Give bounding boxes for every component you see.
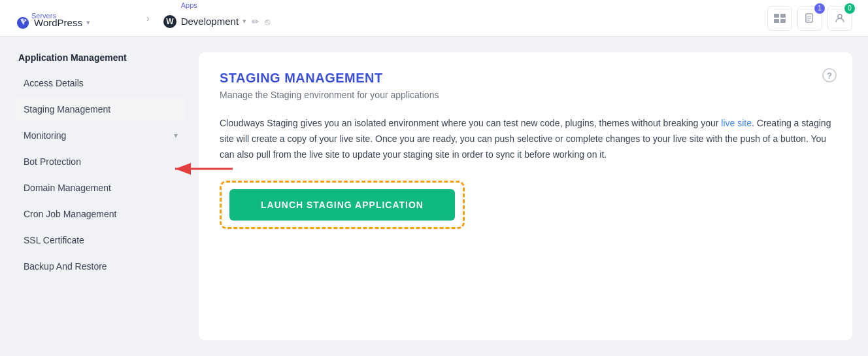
sidebar-item-domain-management[interactable]: Domain Management	[16, 175, 186, 200]
help-icon[interactable]: ?	[822, 68, 837, 82]
wordpress-logo	[16, 16, 30, 30]
sidebar-item-label: SSL Certificate	[24, 235, 84, 245]
sidebar-item-cron-job[interactable]: Cron Job Management	[16, 202, 186, 226]
panel-title: STAGING MANAGEMENT	[220, 71, 831, 86]
sidebar-item-monitoring[interactable]: Monitoring ▾	[16, 123, 186, 148]
sidebar-item-staging-management[interactable]: Staging Management	[16, 97, 186, 122]
panel-description: Cloudways Staging gives you an isolated …	[220, 116, 831, 162]
external-link-icon[interactable]: ⎋	[265, 16, 270, 27]
content-panel: ? STAGING MANAGEMENT Manage the Staging …	[199, 52, 852, 340]
sidebar-item-access-details[interactable]: Access Details	[16, 71, 186, 96]
panel-subtitle: Manage the Staging environment for your …	[220, 90, 831, 100]
users-button[interactable]: 0	[827, 6, 852, 31]
sidebar-item-bot-protection[interactable]: Bot Protection	[16, 149, 186, 174]
svg-rect-3	[780, 14, 786, 18]
breadcrumb-separator: ›	[146, 13, 150, 24]
sidebar-item-label: Access Details	[24, 78, 84, 88]
notifications-button[interactable]: 1	[797, 6, 822, 31]
sidebar-item-label: Domain Management	[24, 183, 111, 193]
servers-label: Servers	[31, 12, 56, 20]
layout-icon	[774, 14, 786, 23]
notifications-badge: 1	[814, 3, 825, 14]
file-icon	[805, 13, 815, 24]
sidebar-item-ssl[interactable]: SSL Certificate	[16, 228, 186, 253]
apps-label: Apps	[181, 1, 197, 9]
app-section[interactable]: W Development ▾ ✏ ⎋	[163, 14, 270, 29]
sidebar-item-label: Staging Management	[24, 104, 110, 115]
user-icon	[835, 13, 845, 24]
svg-text:W: W	[166, 17, 174, 26]
svg-point-10	[838, 14, 842, 18]
description-text-1: Cloudways Staging gives you an isolated …	[220, 118, 721, 128]
app-wordpress-logo: W	[163, 14, 177, 29]
live-site-link[interactable]: live site	[721, 118, 752, 128]
edit-icon[interactable]: ✏	[252, 16, 259, 27]
sidebar-title: Application Management	[16, 52, 186, 63]
app-name: Development	[181, 16, 239, 27]
sidebar-item-backup[interactable]: Backup And Restore	[16, 254, 186, 279]
users-badge: 0	[844, 3, 855, 14]
topbar: Servers WordPress ▾ › Apps W Development…	[0, 0, 868, 37]
topbar-right: 1 0	[767, 6, 852, 31]
server-dropdown-arrow[interactable]: ▾	[86, 18, 90, 27]
sidebar-item-label: Backup And Restore	[24, 261, 107, 272]
sidebar-item-label: Cron Job Management	[24, 209, 116, 219]
sidebar-item-label: Bot Protection	[24, 156, 81, 167]
svg-rect-5	[780, 19, 786, 23]
svg-rect-4	[774, 19, 779, 23]
layout-icon-button[interactable]	[767, 6, 792, 31]
launch-staging-button[interactable]: LAUNCH STAGING APPLICATION	[229, 189, 455, 221]
chevron-down-icon: ▾	[174, 131, 178, 140]
app-dropdown-arrow[interactable]: ▾	[242, 17, 246, 26]
launch-button-wrapper: LAUNCH STAGING APPLICATION	[220, 181, 465, 229]
sidebar: Application Management Access Details St…	[16, 52, 186, 340]
main-layout: Application Management Access Details St…	[0, 37, 868, 356]
sidebar-item-label: Monitoring	[24, 130, 66, 141]
svg-rect-2	[774, 14, 779, 18]
